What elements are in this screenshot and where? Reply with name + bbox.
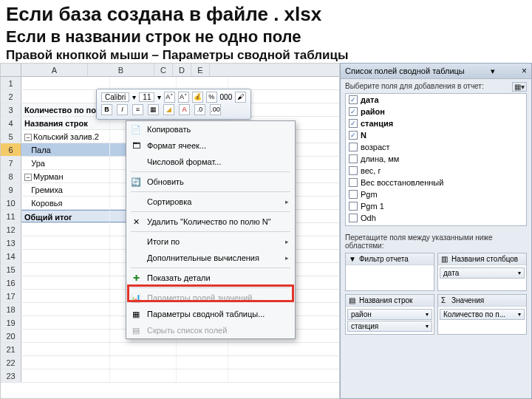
menu-field-settings[interactable]: 📊Параметры полей значений... [126,290,295,306]
field-Pgm[interactable]: Pgm [346,188,526,200]
dropdown-icon[interactable]: ▾ [491,66,495,76]
pill-count[interactable]: Количество по п...▾ [440,309,525,320]
col-A[interactable]: A [21,64,88,76]
thousands-icon[interactable]: 000 [220,93,233,101]
border-icon[interactable]: ▦ [148,104,159,115]
currency-icon[interactable]: 💰 [192,92,203,103]
menu-delete[interactable]: ✕Удалить "Количество по полю N" [126,214,295,230]
paintbrush-icon[interactable]: 🖌 [235,92,246,103]
columns-icon: ▥ [441,255,449,263]
field-Odh[interactable]: Odh [346,212,526,224]
checkbox-icon[interactable] [349,202,358,211]
field-дата[interactable]: дата [346,94,526,106]
field-возраст[interactable]: возраст [346,141,526,153]
pane-title: Список полей сводной таблицы▾× [341,64,531,79]
col-D[interactable]: D [173,64,191,76]
field-вес, г[interactable]: вес, г [346,165,526,177]
shrink-font-icon[interactable]: A˅ [178,92,189,103]
menu-show-details[interactable]: ✚Показать детали [126,270,295,286]
slide-header: Если база создана в файле . xlsx Если в … [0,0,532,69]
font-color-icon[interactable]: A [179,104,190,115]
close-icon[interactable]: × [522,66,527,76]
format-icon: 🗔 [131,140,141,151]
field-N[interactable]: N [346,129,526,141]
col-E[interactable]: E [191,64,210,76]
select-all[interactable] [1,64,21,76]
delete-icon: ✕ [131,216,141,227]
checkbox-icon[interactable] [349,119,358,128]
refresh-icon: 🔄 [131,177,141,187]
field-list-pane: Список полей сводной таблицы▾× Выберите … [340,63,532,399]
menu-format-cells[interactable]: 🗔Формат ячеек... [126,137,295,154]
sigma-icon: Σ [441,296,449,304]
title-2: Если в названии строк не одно поле [6,27,526,47]
drag-hint: Перетащите поля между указанными ниже об… [341,231,531,253]
font-selector[interactable]: Calibri [101,92,129,102]
menu-subtotals[interactable]: Итоги по▸ [126,233,295,250]
title-1: Если база создана в файле . xlsx [6,3,526,26]
checkbox-icon[interactable] [349,107,358,116]
checkbox-icon[interactable] [349,225,358,226]
title-3: Правой кнопкой мыши – Параметры сводной … [6,48,526,63]
context-menu: 📄Копировать 🗔Формат ячеек... Числовой фо… [126,120,296,339]
row-21[interactable]: 21 [1,343,339,356]
checkbox-icon[interactable] [349,190,358,199]
decrease-decimal-icon[interactable]: .0 [194,104,205,115]
rows-icon: ▤ [349,296,357,304]
chevron-right-icon: ▸ [285,238,289,245]
menu-sort[interactable]: Сортировка▸ [126,194,295,210]
copy-icon: 📄 [131,124,141,134]
field-list[interactable]: датарайонстанцияNвозрастдлина, ммвес, гВ… [345,93,527,226]
layout-icon[interactable]: ▦▾ [512,82,527,92]
zone-filter[interactable]: ▼Фильтр отчета [345,253,434,291]
chevron-right-icon: ▸ [285,198,289,205]
field-Odh 1[interactable]: Odh 1 [346,224,526,226]
col-C[interactable]: C [154,64,173,76]
checkbox-icon[interactable] [349,131,358,140]
checkbox-icon[interactable] [349,214,358,222]
pivot-icon: ▦ [131,309,141,319]
pill-station[interactable]: станция▾ [347,321,432,332]
menu-number-format[interactable]: Числовой формат... [126,154,295,170]
bold-icon[interactable]: B [101,104,112,115]
percent-icon[interactable]: % [206,92,217,103]
menu-hide-fields[interactable]: ▤Скрыть список полей [126,322,295,338]
row-22[interactable]: 22 [1,356,339,369]
font-size[interactable]: 11 [139,92,154,102]
col-B[interactable]: B [88,64,154,76]
checkbox-icon[interactable] [349,178,358,187]
row-23[interactable]: 23 [1,369,339,383]
zone-values[interactable]: ΣЗначенияКоличество по п...▾ [437,294,527,335]
mini-toolbar: Calibri ▾ 11 ▾ A˄ A˅ 💰 % 000 🖌 B I ≡ ▦ ◢… [96,89,251,120]
field-станция[interactable]: станция [346,117,526,129]
grow-font-icon[interactable]: A˄ [164,92,175,103]
zone-columns[interactable]: ▥Названия столбцовдата▾ [437,253,527,291]
increase-decimal-icon[interactable]: .00 [210,104,221,115]
checkbox-icon[interactable] [349,143,358,151]
field-длина, мм[interactable]: длина, мм [346,153,526,165]
pill-rayon[interactable]: район▾ [347,309,432,320]
field-Pgm 1[interactable]: Pgm 1 [346,200,526,212]
menu-calc[interactable]: Дополнительные вычисления▸ [126,250,295,266]
menu-copy[interactable]: 📄Копировать [126,121,295,137]
checkbox-icon[interactable] [349,166,358,175]
menu-pivot-settings[interactable]: ▦Параметры сводной таблицы... [126,306,295,322]
align-icon[interactable]: ≡ [132,104,143,115]
field-район[interactable]: район [346,106,526,117]
chevron-right-icon: ▸ [285,254,289,262]
column-headers: A B C D E [1,64,339,77]
hide-icon: ▤ [131,325,141,335]
details-icon: ✚ [131,273,141,283]
checkbox-icon[interactable] [349,95,358,104]
zone-rows[interactable]: ▤Названия строкрайон▾станция▾ [345,294,434,335]
filter-icon: ▼ [349,255,357,263]
checkbox-icon[interactable] [349,154,358,163]
pill-date[interactable]: дата▾ [440,267,525,279]
pane-subtitle: Выберите поля для добавления в отчет:▦▾ [341,79,531,93]
fill-color-icon[interactable]: ◢ [163,104,174,115]
menu-refresh[interactable]: 🔄Обновить [126,174,295,190]
italic-icon[interactable]: I [117,104,128,115]
field-Вес восстановленный[interactable]: Вес восстановленный [346,177,526,188]
field-icon: 📊 [131,293,141,303]
